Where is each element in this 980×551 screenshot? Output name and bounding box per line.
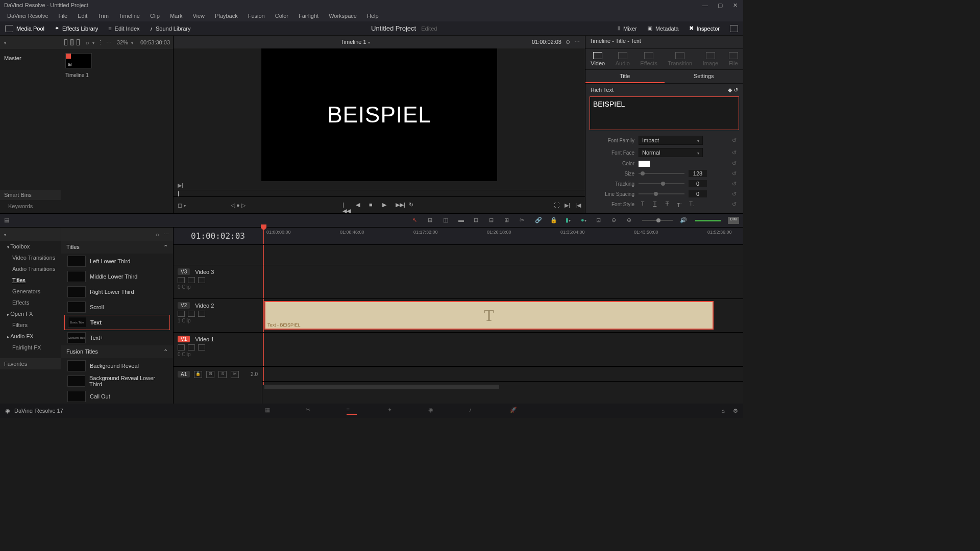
spacer-lane[interactable]: [262, 245, 743, 265]
tracking-slider[interactable]: [639, 183, 684, 184]
menu-mark[interactable]: Mark: [165, 12, 187, 20]
v1-lane[interactable]: [262, 333, 743, 366]
title-right-lower-third[interactable]: Right Lower Third: [64, 284, 170, 299]
lock-icon[interactable]: [178, 277, 185, 283]
timeline-name[interactable]: Timeline 1: [179, 39, 532, 45]
auto-select-icon[interactable]: [188, 344, 195, 350]
first-frame-button[interactable]: |◀◀: [342, 202, 350, 209]
title-text-plus[interactable]: Custom TitleText+: [64, 330, 170, 345]
reset-icon[interactable]: ↺: [732, 137, 738, 144]
reset-icon[interactable]: ↺: [732, 160, 738, 167]
toolbox-group[interactable]: Toolbox: [0, 241, 61, 252]
marker-icon[interactable]: ●: [581, 217, 589, 224]
zoom-in-icon[interactable]: ⊕: [627, 217, 635, 224]
lock-icon[interactable]: 🔒: [194, 371, 202, 378]
slider-handle[interactable]: [641, 171, 645, 176]
prev-edit-icon[interactable]: ◁ ● ▷: [231, 202, 246, 209]
edit-page-icon[interactable]: ≡: [347, 407, 357, 415]
track-v1-header[interactable]: V1Video 1 0 Clip: [174, 333, 262, 366]
metadata-button[interactable]: ▣Metadata: [642, 23, 684, 34]
fusion-bg-reveal[interactable]: Background Reveal: [64, 358, 170, 373]
style-super[interactable]: T·: [675, 201, 683, 208]
zoom-dropdown-icon[interactable]: [131, 39, 133, 45]
track-id[interactable]: V2: [178, 302, 190, 309]
play-button[interactable]: ▶: [382, 202, 389, 209]
menu-clip[interactable]: Clip: [145, 12, 165, 20]
reset-icon[interactable]: ↺: [733, 87, 738, 93]
lock-icon[interactable]: [178, 344, 185, 350]
titles-section[interactable]: Titles⌃: [61, 241, 173, 254]
smart-bins-header[interactable]: Smart Bins: [0, 190, 61, 200]
title-middle-lower-third[interactable]: Middle Lower Third: [64, 269, 170, 284]
v3-lane[interactable]: [262, 265, 743, 299]
auto-select-icon[interactable]: [188, 311, 195, 317]
v2-lane[interactable]: T Text - BEISPIEL: [262, 299, 743, 333]
media-page-icon[interactable]: ▦: [265, 407, 275, 415]
visible-icon[interactable]: [198, 344, 205, 350]
go-start-icon[interactable]: |◀: [575, 202, 581, 209]
insert-tool[interactable]: ⊡: [474, 217, 482, 224]
timeline-timecode[interactable]: 01:00:02:03: [174, 231, 262, 241]
home-icon[interactable]: ⌂: [721, 408, 725, 414]
track-v2-header[interactable]: V2Video 2 1 Clip: [174, 299, 262, 333]
skip-icon[interactable]: ▶|: [178, 182, 183, 188]
reset-icon[interactable]: ↺: [732, 149, 738, 156]
viewer-canvas[interactable]: BEISPIEL: [174, 48, 585, 181]
close-button[interactable]: ✕: [733, 2, 739, 8]
visible-icon[interactable]: [198, 311, 205, 317]
track-id[interactable]: V3: [178, 268, 190, 275]
tab-audio[interactable]: Audio: [616, 52, 630, 66]
reset-icon[interactable]: ↺: [732, 170, 738, 177]
volume-slider[interactable]: [695, 220, 721, 221]
track-id[interactable]: A1: [178, 371, 190, 378]
menu-timeline[interactable]: Timeline: [114, 12, 145, 20]
a1-lane[interactable]: [262, 366, 743, 382]
style-strike[interactable]: T: [663, 201, 671, 208]
expand-button[interactable]: [725, 23, 743, 34]
next-frame-button[interactable]: ▶▶|: [396, 202, 403, 209]
prev-frame-button[interactable]: ◀: [356, 202, 363, 209]
maximize-button[interactable]: ▢: [718, 2, 724, 8]
zoom-value[interactable]: 32%: [117, 39, 128, 45]
loop-button[interactable]: ↻: [409, 202, 416, 209]
zoom-slider[interactable]: [642, 220, 673, 221]
line-spacing-value[interactable]: 0: [689, 190, 707, 197]
style-underline[interactable]: T: [651, 201, 659, 208]
sort-icon[interactable]: [92, 39, 94, 45]
color-swatch[interactable]: [639, 161, 650, 167]
title-left-lower-third[interactable]: Left Lower Third: [64, 254, 170, 269]
lock-icon[interactable]: [178, 311, 185, 317]
go-end-icon[interactable]: ▶|: [565, 202, 570, 209]
line-spacing-slider[interactable]: [639, 193, 684, 194]
fusion-page-icon[interactable]: ✦: [387, 407, 398, 415]
menu-fairlight[interactable]: Fairlight: [293, 12, 324, 20]
subtab-settings[interactable]: Settings: [665, 70, 744, 83]
options-icon[interactable]: ⋯: [574, 39, 580, 45]
mediapool-header[interactable]: [0, 36, 61, 49]
flag-icon[interactable]: ▮: [566, 217, 574, 224]
track-id[interactable]: V1: [178, 336, 190, 342]
slider-handle[interactable]: [654, 192, 658, 196]
reset-icon[interactable]: ↺: [732, 191, 738, 197]
timeline-thumbnail[interactable]: ⊞: [65, 53, 92, 68]
menu-trim[interactable]: Trim: [92, 12, 114, 20]
auto-select-icon[interactable]: [188, 277, 195, 283]
options-icon[interactable]: ⋯: [163, 231, 169, 238]
menu-file[interactable]: File: [54, 12, 73, 20]
titles-item[interactable]: Titles: [0, 274, 61, 286]
blade-tool[interactable]: ▬: [458, 217, 467, 224]
menu-workspace[interactable]: Workspace: [324, 12, 362, 20]
tab-file[interactable]: File: [729, 52, 738, 66]
font-family-dropdown[interactable]: Impact: [639, 136, 703, 145]
slider-handle[interactable]: [656, 218, 660, 222]
menu-help[interactable]: Help: [362, 12, 384, 20]
text-clip[interactable]: T Text - BEISPIEL: [264, 301, 714, 330]
visible-icon[interactable]: [198, 277, 205, 283]
overwrite-tool[interactable]: ⊟: [489, 217, 497, 224]
fairlightfx-item[interactable]: Fairlight FX: [0, 342, 61, 353]
bypass-icon[interactable]: ⊙: [566, 39, 570, 45]
zoom-out-icon[interactable]: ⊖: [611, 217, 620, 224]
subtab-title[interactable]: Title: [585, 70, 665, 83]
text-input[interactable]: BEISPIEL: [590, 96, 739, 130]
trim-tool[interactable]: ⊞: [428, 217, 436, 224]
